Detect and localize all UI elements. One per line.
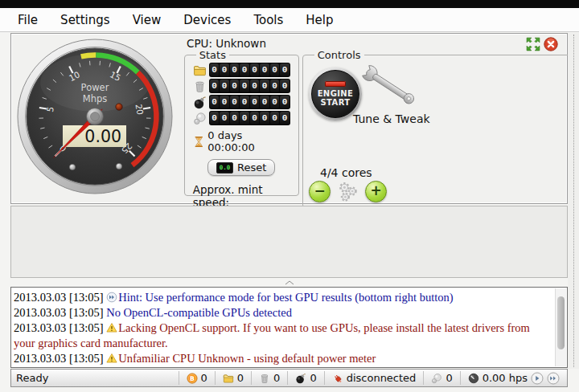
menu-help[interactable]: Help (306, 13, 333, 27)
status-value: disconnected (347, 372, 417, 384)
splitter-handle[interactable] (10, 278, 568, 287)
cpu-label: CPU: Unknown (187, 37, 266, 50)
gauge-title: Power (81, 82, 109, 93)
reset-button-label: Reset (237, 161, 266, 174)
stat-counter-row: 00000000 (193, 95, 290, 109)
log-line: 2013.03.03 [13:05] Hint: Use performance… (14, 290, 552, 305)
counter-display: 00000000 (209, 79, 290, 93)
tune-tweak-label: Tune & Tweak (353, 112, 430, 125)
uptime-value: 0 days 00:00:00 (207, 129, 290, 153)
warning-icon (106, 322, 117, 333)
counter-display: 00000000 (209, 95, 290, 109)
svg-text:20: 20 (134, 104, 146, 116)
btc-icon: B (187, 373, 198, 384)
stat-counter-row: 00000000 (193, 111, 290, 125)
log-scrollbar[interactable] (555, 288, 566, 366)
svg-text:B: B (190, 374, 195, 382)
status-value: 0 (310, 372, 316, 384)
menu-file[interactable]: File (18, 13, 38, 27)
shares-icon (193, 112, 207, 125)
stat-counter-row: 00000000 (193, 79, 290, 93)
trash-icon (259, 373, 270, 384)
status-section: 0 (251, 371, 287, 385)
reset-button[interactable]: 0.0 Reset (207, 159, 275, 176)
log-message: Unfamiliar CPU Unknown - using default p… (118, 352, 376, 365)
status-sections: B0000disconnected00.00 hps (179, 370, 567, 386)
status-value: 0 (446, 372, 452, 384)
engine-start-indicator (325, 81, 346, 87)
power-gauge: 0510152025 Power Mhps 0.00 (14, 36, 175, 197)
gauge-led (116, 104, 122, 110)
log-timestamp: 2013.03.03 [13:05] (14, 306, 106, 319)
add-core-button[interactable]: + (365, 181, 387, 202)
stats-group-title: Stats (196, 49, 229, 61)
log-timestamp: 2013.03.03 [13:05] (14, 321, 106, 334)
log-timestamp: 2013.03.03 [13:05] (14, 352, 106, 365)
status-section: B0 (179, 371, 215, 385)
window-right-edge (568, 33, 579, 369)
menu-settings[interactable]: Settings (60, 13, 110, 27)
splitter-caret-icon (285, 280, 294, 285)
log-lines: 2013.03.03 [13:05] Hint: Use performance… (14, 290, 552, 366)
counter-display: 00000000 (209, 111, 290, 125)
stats-group: Stats 00000000000000000000000000000000 0… (184, 49, 299, 196)
status-value: 0 (237, 372, 244, 384)
cores-count-label: 4/4 cores (320, 166, 372, 179)
expand-arrows-button[interactable] (526, 37, 540, 51)
wrench-icon (356, 63, 430, 112)
miner-main-panel: 0510152025 Power Mhps 0.00 CPU: Unknown … (10, 33, 568, 204)
stat-counters: 00000000000000000000000000000000 (193, 63, 290, 125)
log-scrollbar-thumb[interactable] (557, 296, 565, 349)
bomb-icon (295, 373, 306, 384)
log-message: Hint: Use performance mode for best GPU … (118, 291, 453, 304)
log-timestamp: 2013.03.03 [13:05] (14, 291, 106, 304)
counter-display: 00000000 (209, 63, 290, 77)
trash-icon (193, 80, 207, 93)
folder-icon (193, 63, 207, 77)
play-button[interactable] (531, 372, 544, 385)
status-value: 0.00 hps (482, 372, 528, 384)
log-line: 2013.03.03 [13:05] No OpenCL-compatible … (14, 305, 552, 321)
status-section: 0 (423, 371, 459, 385)
menu-view[interactable]: View (133, 13, 162, 27)
reset-meter-icon: 0.0 (216, 162, 233, 174)
plug-icon (332, 373, 343, 384)
power-gauge-dial: 0510152025 Power Mhps 0.00 (14, 36, 175, 197)
controls-group-title: Controls (314, 49, 364, 61)
remove-core-button[interactable]: − (309, 181, 331, 202)
status-section: disconnected (324, 371, 424, 385)
status-section: 0 (287, 371, 323, 385)
hint-icon (106, 292, 117, 303)
log-line: 2013.03.03 [13:05] Lacking OpenCL suppor… (14, 321, 552, 351)
gauge-screw (69, 164, 75, 169)
status-section: 0 (215, 371, 251, 385)
controls-group: Controls ENGINE START (302, 49, 573, 208)
stat-counter-row: 00000000 (193, 63, 290, 77)
menubar: FileSettingsViewDevicesToolsHelp (0, 8, 579, 32)
log-line: 2013.03.03 [13:05] Unfamiliar CPU Unknow… (14, 351, 552, 366)
status-value: 0 (273, 372, 280, 384)
menu-devices[interactable]: Devices (183, 13, 231, 27)
engine-start-label-2: START (320, 98, 350, 107)
hourglass-icon (193, 136, 205, 148)
log-message: No OpenCL-compatible GPUs detected (106, 306, 292, 319)
tune-tweak-button[interactable] (356, 63, 430, 112)
gears-icon (335, 180, 360, 203)
speed-icon (468, 373, 479, 384)
bomb-icon (193, 96, 207, 109)
warning-icon (106, 353, 117, 364)
ffwd-button[interactable] (547, 372, 560, 385)
menu-tools[interactable]: Tools (253, 13, 283, 27)
close-button[interactable] (544, 37, 558, 51)
status-ready-label: Ready (11, 372, 179, 384)
gauge-lcd-value: 0.00 (84, 127, 121, 146)
status-value: 0 (201, 372, 207, 384)
engine-start-label-1: ENGINE (318, 89, 354, 98)
gauge-unit: Mhps (83, 93, 108, 104)
log-panel[interactable]: 2013.03.03 [13:05] Hint: Use performance… (10, 287, 568, 368)
statusbar: Ready B0000disconnected00.00 hps (10, 369, 568, 387)
status-section: 0.00 hps (460, 371, 567, 385)
devices-panel (10, 206, 568, 278)
window-titlebar-edge (0, 0, 579, 8)
folder-icon (223, 373, 234, 384)
